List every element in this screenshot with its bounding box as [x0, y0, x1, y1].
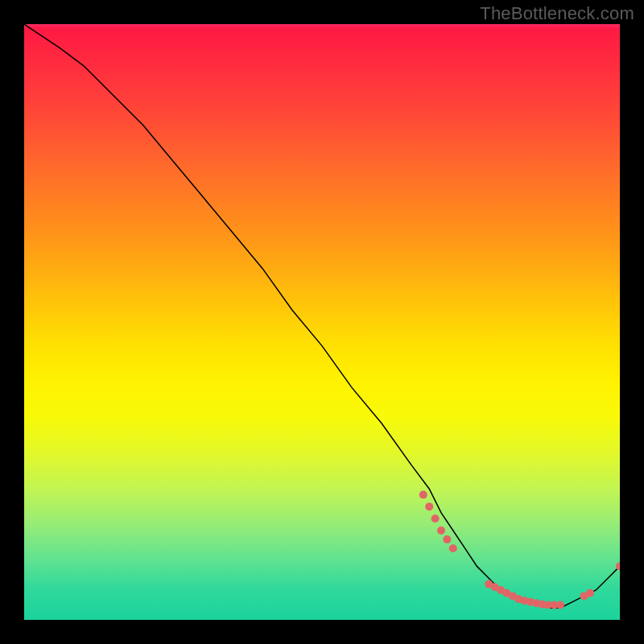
plot-area — [24, 24, 620, 620]
chart-overlay-svg — [24, 24, 620, 620]
chart-marker — [437, 526, 445, 535]
watermark-text: TheBottleneck.com — [480, 3, 634, 24]
chart-markers — [419, 491, 620, 609]
chart-marker — [586, 589, 594, 597]
chart-marker — [556, 601, 564, 609]
chart-marker — [443, 535, 451, 543]
chart-marker — [449, 544, 457, 552]
chart-marker — [431, 514, 440, 522]
chart-line — [24, 24, 620, 608]
chart-marker — [425, 502, 433, 510]
chart-marker — [419, 491, 427, 499]
chart-frame: TheBottleneck.com — [0, 0, 644, 644]
